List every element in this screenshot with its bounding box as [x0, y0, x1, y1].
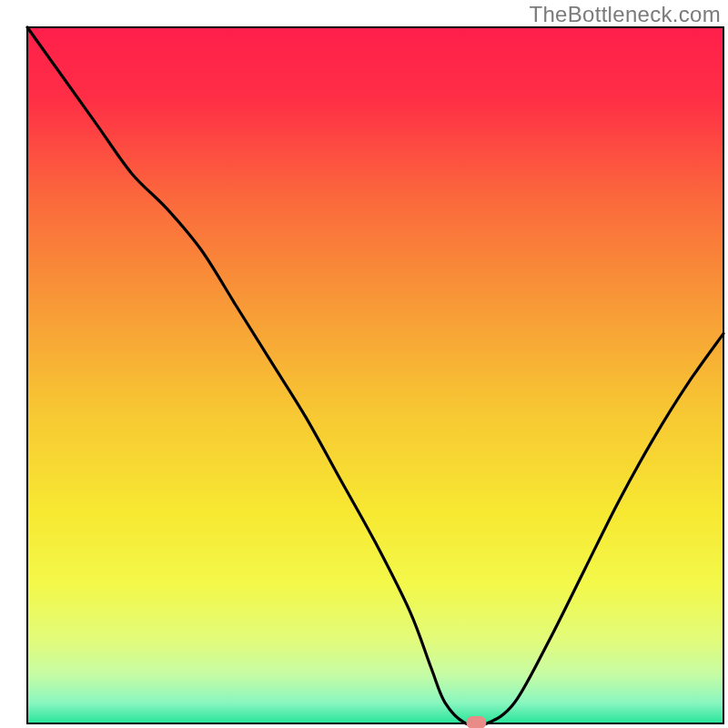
chart-container: TheBottleneck.com	[0, 0, 728, 728]
optimal-marker	[466, 716, 486, 728]
gradient-background	[27, 27, 723, 723]
chart-svg	[0, 0, 728, 728]
